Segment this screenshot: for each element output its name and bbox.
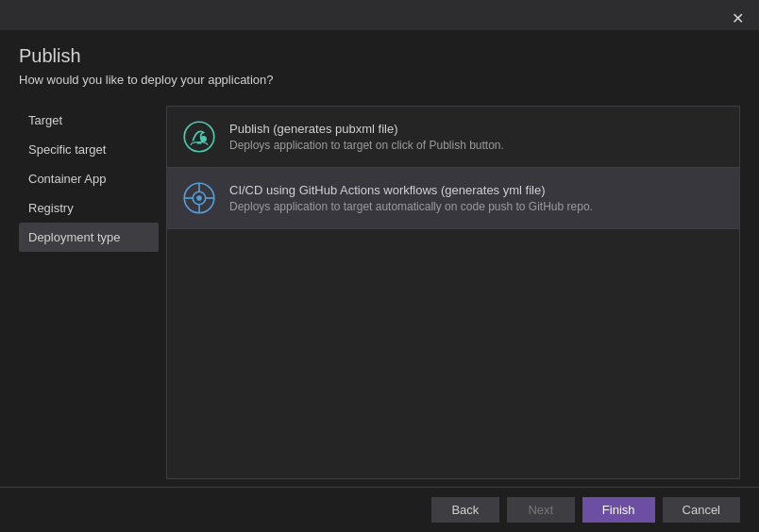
option-title-cicd-github: CI/CD using GitHub Actions workflows (ge… bbox=[229, 183, 593, 197]
option-cicd-github[interactable]: CI/CD using GitHub Actions workflows (ge… bbox=[167, 168, 739, 229]
svg-point-4 bbox=[196, 195, 202, 201]
publish-icon bbox=[182, 120, 216, 154]
option-publish-pubxml[interactable]: Publish (generates pubxml file)Deploys a… bbox=[167, 107, 739, 168]
option-desc-publish-pubxml: Deploys application to target on click o… bbox=[229, 139, 504, 152]
close-button[interactable]: ✕ bbox=[728, 11, 748, 26]
option-title-publish-pubxml: Publish (generates pubxml file) bbox=[229, 122, 504, 136]
dialog-header: Publish How would you like to deploy you… bbox=[0, 30, 759, 98]
title-bar: ✕ bbox=[0, 0, 759, 30]
finish-button[interactable]: Finish bbox=[582, 497, 655, 523]
svg-point-0 bbox=[184, 122, 214, 152]
dialog-footer: Back Next Finish Cancel bbox=[0, 487, 759, 532]
sidebar: TargetSpecific targetContainer AppRegist… bbox=[19, 98, 159, 487]
next-button[interactable]: Next bbox=[507, 497, 575, 523]
sidebar-item-target[interactable]: Target bbox=[19, 106, 159, 135]
dialog-body: TargetSpecific targetContainer AppRegist… bbox=[0, 98, 759, 487]
dialog-title: Publish bbox=[19, 45, 740, 67]
content-area: Publish (generates pubxml file)Deploys a… bbox=[166, 106, 740, 479]
option-desc-cicd-github: Deploys application to target automatica… bbox=[229, 200, 593, 213]
sidebar-item-registry[interactable]: Registry bbox=[19, 193, 159, 223]
dialog-subtitle: How would you like to deploy your applic… bbox=[19, 73, 740, 87]
cicd-icon bbox=[182, 181, 216, 215]
sidebar-item-specific-target[interactable]: Specific target bbox=[19, 135, 159, 164]
cancel-button[interactable]: Cancel bbox=[663, 497, 740, 523]
svg-point-1 bbox=[200, 136, 207, 142]
publish-dialog: ✕ Publish How would you like to deploy y… bbox=[0, 0, 759, 532]
sidebar-item-container-app[interactable]: Container App bbox=[19, 164, 159, 193]
back-button[interactable]: Back bbox=[431, 497, 499, 523]
sidebar-item-deployment-type[interactable]: Deployment type bbox=[19, 223, 159, 252]
